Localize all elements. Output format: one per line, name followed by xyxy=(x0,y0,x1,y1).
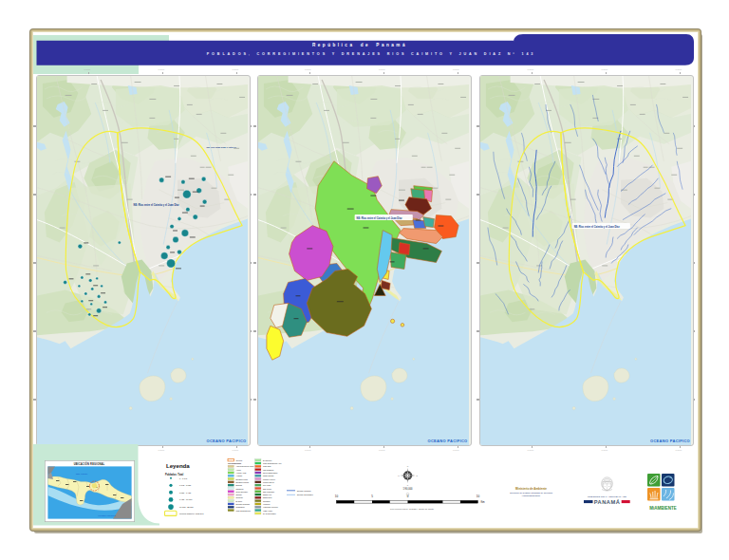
svg-text:Km: Km xyxy=(481,500,486,504)
svg-text:Río Abajo: Río Abajo xyxy=(263,484,271,486)
svg-text:Parque Lefevre: Parque Lefevre xyxy=(263,478,275,480)
svg-text:Mar Caribe: Mar Caribe xyxy=(76,473,88,476)
svg-text:Poblados: Total: Poblados: Total xyxy=(165,473,184,476)
svg-text:Leyenda: Leyenda xyxy=(166,462,190,469)
svg-text:3,087 - 7,426: 3,087 - 7,426 xyxy=(179,492,192,495)
svg-text:NE: Ríos entre el Caimito y el: NE: Ríos entre el Caimito y el Juan Díaz xyxy=(356,216,402,220)
svg-text:POBLADOS, CORREGIMIENTOS Y DR: POBLADOS, CORREGIMIENTOS Y DRENAJES RIOS… xyxy=(207,52,536,56)
svg-text:Ernesto Córdoba: Ernesto Córdoba xyxy=(236,503,251,505)
svg-text:Nuevo Emperador: Nuevo Emperador xyxy=(263,472,278,474)
svg-text:Omar Torrijos: Omar Torrijos xyxy=(263,475,273,476)
svg-text:Arnulfo Arias: Arnulfo Arias xyxy=(236,472,247,474)
svg-text:24 de Diciembre: 24 de Diciembre xyxy=(263,513,276,514)
svg-text:GOBIERNO DE LA REPÚBLICA DE: GOBIERNO DE LA REPÚBLICA DE xyxy=(588,495,626,497)
svg-text:San Felipe: San Felipe xyxy=(263,488,271,490)
svg-text:Pueblo Nuevo: Pueblo Nuevo xyxy=(263,481,274,483)
svg-text:Guadalupe: Guadalupe xyxy=(236,506,245,508)
svg-text:Betania: Betania xyxy=(236,484,243,486)
svg-text:Curundú: Curundú xyxy=(236,496,243,498)
svg-text:10: 10 xyxy=(477,495,480,498)
svg-text:Juan Demóstenes: Juan Demóstenes xyxy=(236,510,251,512)
svg-text:16,792 - 28,929: 16,792 - 28,929 xyxy=(179,506,194,509)
svg-text:Océano Pacífico: Océano Pacífico xyxy=(98,514,116,517)
svg-text:Cuenca Caimito y Juan Día: Cuenca Caimito y Juan Día xyxy=(179,513,204,514)
svg-text:Belisario Porras: Belisario Porras xyxy=(236,481,249,483)
svg-text:N: N xyxy=(407,465,409,467)
svg-text:Hidrográficas 2016: Hidrográficas 2016 xyxy=(522,495,541,496)
svg-text:MiAMBIENTE: MiAMBIENTE xyxy=(649,506,677,511)
svg-text:5: 5 xyxy=(371,495,373,498)
svg-text:Corregimientos: Corregimientos xyxy=(228,462,241,464)
svg-text:Amelia Denis de Icaza: Amelia Denis de Icaza xyxy=(236,465,255,467)
svg-text:W: W xyxy=(398,475,400,476)
svg-text:E: E xyxy=(416,475,418,476)
svg-text:Calidonia: Calidonia xyxy=(236,488,245,490)
svg-text:0 - 1,347: 0 - 1,347 xyxy=(179,477,188,480)
svg-text:Belisario Frías: Belisario Frías xyxy=(236,478,248,480)
svg-text:NE: Río Juan Díaz y entre el: NE: Río Juan Díaz y entre el xyxy=(206,146,236,149)
svg-text:Tocumen: Tocumen xyxy=(263,500,271,502)
svg-text:NE: Ríos entre el Caimito y el: NE: Ríos entre el Caimito y el Juan Díaz xyxy=(574,225,621,229)
svg-text:Cuenca: Cuenca xyxy=(236,459,243,461)
svg-text:República de Panamá: República de Panamá xyxy=(312,43,407,47)
svg-text:Juan Demóstenes Arce: Juan Demóstenes Arce xyxy=(263,462,282,464)
svg-text:1:90,000: 1:90,000 xyxy=(402,487,413,491)
svg-text:Veracruz: Veracruz xyxy=(263,503,271,505)
svg-text:Victoriano Lorenzo: Victoriano Lorenzo xyxy=(263,506,278,508)
svg-text:Cerro Silvestre: Cerro Silvestre xyxy=(236,491,249,493)
svg-text:Dirección de Gestión Integrada: Dirección de Gestión Integrada de Cuenca… xyxy=(510,492,552,494)
svg-text:Drenaje Principal: Drenaje Principal xyxy=(297,490,311,492)
svg-text:Drenaje Secundario: Drenaje Secundario xyxy=(297,494,313,495)
svg-text:Arraiján: Arraiján xyxy=(236,475,243,476)
svg-text:PANAMÁ: PANAMÁ xyxy=(594,499,621,505)
svg-text:1,348 - 3,086: 1,348 - 3,086 xyxy=(179,484,192,487)
svg-text:Vista Alegre: Vista Alegre xyxy=(263,510,272,512)
svg-text:El Coco: El Coco xyxy=(236,500,243,502)
svg-text:El Chorrillo: El Chorrillo xyxy=(263,459,271,461)
svg-text:Ministerio de Ambiente: Ministerio de Ambiente xyxy=(515,487,547,491)
svg-text:S: S xyxy=(407,484,409,486)
svg-text:Ancón: Ancón xyxy=(236,469,241,471)
svg-text:10: 10 xyxy=(335,495,339,498)
svg-text:Proyección UTM, WGS84, Zona 17: Proyección UTM, WGS84, Zona 17 Norte xyxy=(390,508,435,511)
svg-text:Santa Cruz: Santa Cruz xyxy=(263,496,272,498)
svg-text:San Francisco: San Francisco xyxy=(263,491,274,493)
svg-text:NE: Ríos entre el Caimito y el: NE: Ríos entre el Caimito y el Juan Díaz xyxy=(133,203,179,207)
svg-text:7,427 - 16,791: 7,427 - 16,791 xyxy=(179,498,193,501)
svg-text:Santa Ana: Santa Ana xyxy=(263,494,272,495)
svg-text:Las Cumbres: Las Cumbres xyxy=(263,469,273,471)
svg-text:Juan Díaz: Juan Díaz xyxy=(263,465,271,467)
svg-text:Chilibre: Chilibre xyxy=(236,494,242,495)
